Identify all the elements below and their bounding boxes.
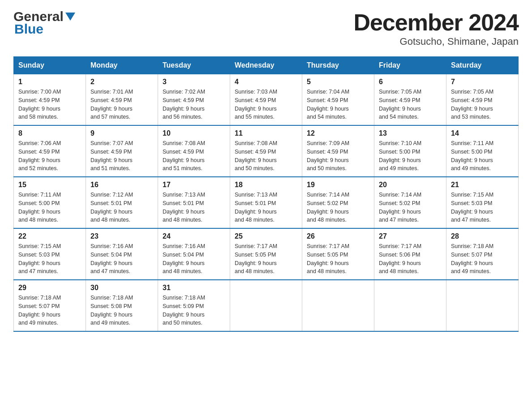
- calendar-cell: 20 Sunrise: 7:14 AM Sunset: 5:02 PM Dayl…: [374, 177, 446, 228]
- day-info: Sunrise: 7:18 AM Sunset: 5:09 PM Dayligh…: [163, 294, 225, 327]
- day-info: Sunrise: 7:06 AM Sunset: 4:59 PM Dayligh…: [18, 139, 81, 173]
- calendar-cell: 22 Sunrise: 7:15 AM Sunset: 5:03 PM Dayl…: [14, 228, 86, 280]
- calendar-cell: 15 Sunrise: 7:11 AM Sunset: 5:00 PM Dayl…: [14, 177, 86, 228]
- calendar-cell: 14 Sunrise: 7:11 AM Sunset: 5:00 PM Dayl…: [446, 125, 519, 177]
- day-info: Sunrise: 7:17 AM Sunset: 5:05 PM Dayligh…: [307, 242, 369, 276]
- day-number: 29: [18, 284, 81, 292]
- day-info: Sunrise: 7:05 AM Sunset: 4:59 PM Dayligh…: [379, 88, 442, 121]
- day-number: 15: [18, 181, 81, 189]
- header-saturday: Saturday: [446, 57, 519, 74]
- day-info: Sunrise: 7:16 AM Sunset: 5:04 PM Dayligh…: [163, 242, 225, 276]
- calendar-cell: 2 Sunrise: 7:01 AM Sunset: 4:59 PM Dayli…: [86, 74, 158, 126]
- day-info: Sunrise: 7:15 AM Sunset: 5:03 PM Dayligh…: [451, 191, 514, 224]
- calendar-cell: 3 Sunrise: 7:02 AM Sunset: 4:59 PM Dayli…: [158, 74, 230, 126]
- calendar-cell: 4 Sunrise: 7:03 AM Sunset: 4:59 PM Dayli…: [230, 74, 302, 126]
- day-info: Sunrise: 7:14 AM Sunset: 5:02 PM Dayligh…: [379, 191, 442, 224]
- calendar-week-row: 15 Sunrise: 7:11 AM Sunset: 5:00 PM Dayl…: [14, 177, 519, 228]
- day-info: Sunrise: 7:16 AM Sunset: 5:04 PM Dayligh…: [90, 242, 153, 276]
- day-info: Sunrise: 7:08 AM Sunset: 4:59 PM Dayligh…: [163, 139, 225, 173]
- header-monday: Monday: [86, 57, 158, 74]
- day-info: Sunrise: 7:18 AM Sunset: 5:07 PM Dayligh…: [18, 294, 81, 327]
- day-info: Sunrise: 7:18 AM Sunset: 5:07 PM Dayligh…: [451, 242, 514, 276]
- header-thursday: Thursday: [302, 57, 374, 74]
- day-number: 27: [379, 232, 442, 240]
- day-number: 28: [451, 232, 514, 240]
- day-number: 20: [379, 181, 442, 189]
- calendar-week-row: 1 Sunrise: 7:00 AM Sunset: 4:59 PM Dayli…: [14, 74, 519, 126]
- calendar-cell: 28 Sunrise: 7:18 AM Sunset: 5:07 PM Dayl…: [446, 228, 519, 280]
- calendar-cell: 5 Sunrise: 7:04 AM Sunset: 4:59 PM Dayli…: [302, 74, 374, 126]
- header-tuesday: Tuesday: [158, 57, 230, 74]
- calendar-cell: 10 Sunrise: 7:08 AM Sunset: 4:59 PM Dayl…: [158, 125, 230, 177]
- day-info: Sunrise: 7:03 AM Sunset: 4:59 PM Dayligh…: [235, 88, 297, 121]
- day-number: 16: [90, 181, 153, 189]
- day-number: 3: [163, 78, 225, 86]
- calendar-cell: 19 Sunrise: 7:14 AM Sunset: 5:02 PM Dayl…: [302, 177, 374, 228]
- day-info: Sunrise: 7:10 AM Sunset: 5:00 PM Dayligh…: [379, 139, 442, 173]
- day-number: 9: [90, 129, 153, 137]
- day-number: 19: [307, 181, 369, 189]
- calendar-cell: 18 Sunrise: 7:13 AM Sunset: 5:01 PM Dayl…: [230, 177, 302, 228]
- header-wednesday: Wednesday: [230, 57, 302, 74]
- day-number: 2: [90, 78, 153, 86]
- day-info: Sunrise: 7:11 AM Sunset: 5:00 PM Dayligh…: [18, 191, 81, 224]
- day-info: Sunrise: 7:18 AM Sunset: 5:08 PM Dayligh…: [90, 294, 153, 327]
- calendar-cell: 7 Sunrise: 7:05 AM Sunset: 4:59 PM Dayli…: [446, 74, 519, 126]
- calendar-cell: 13 Sunrise: 7:10 AM Sunset: 5:00 PM Dayl…: [374, 125, 446, 177]
- calendar-cell: 8 Sunrise: 7:06 AM Sunset: 4:59 PM Dayli…: [14, 125, 86, 177]
- day-number: 1: [18, 78, 81, 86]
- calendar-cell: 31 Sunrise: 7:18 AM Sunset: 5:09 PM Dayl…: [158, 280, 230, 331]
- header-sunday: Sunday: [14, 57, 86, 74]
- day-number: 23: [90, 232, 153, 240]
- day-number: 22: [18, 232, 81, 240]
- calendar-cell: 27 Sunrise: 7:17 AM Sunset: 5:06 PM Dayl…: [374, 228, 446, 280]
- logo: General Blue: [13, 9, 75, 37]
- calendar-cell: 25 Sunrise: 7:17 AM Sunset: 5:05 PM Dayl…: [230, 228, 302, 280]
- calendar-cell: 12 Sunrise: 7:09 AM Sunset: 4:59 PM Dayl…: [302, 125, 374, 177]
- calendar-cell: 26 Sunrise: 7:17 AM Sunset: 5:05 PM Dayl…: [302, 228, 374, 280]
- day-number: 5: [307, 78, 369, 86]
- day-number: 21: [451, 181, 514, 189]
- calendar-cell: 17 Sunrise: 7:13 AM Sunset: 5:01 PM Dayl…: [158, 177, 230, 228]
- day-number: 8: [18, 129, 81, 137]
- day-number: 17: [163, 181, 225, 189]
- header-friday: Friday: [374, 57, 446, 74]
- calendar-cell: 1 Sunrise: 7:00 AM Sunset: 4:59 PM Dayli…: [14, 74, 86, 126]
- calendar-cell: 11 Sunrise: 7:08 AM Sunset: 4:59 PM Dayl…: [230, 125, 302, 177]
- calendar-cell: 30 Sunrise: 7:18 AM Sunset: 5:08 PM Dayl…: [86, 280, 158, 331]
- day-info: Sunrise: 7:12 AM Sunset: 5:01 PM Dayligh…: [90, 191, 153, 224]
- day-info: Sunrise: 7:11 AM Sunset: 5:00 PM Dayligh…: [451, 139, 514, 173]
- calendar-cell: 24 Sunrise: 7:16 AM Sunset: 5:04 PM Dayl…: [158, 228, 230, 280]
- svg-marker-0: [65, 13, 75, 21]
- calendar-header-row: Sunday Monday Tuesday Wednesday Thursday…: [14, 57, 519, 74]
- day-number: 24: [163, 232, 225, 240]
- day-number: 13: [379, 129, 442, 137]
- title-block: December 2024 Gotsucho, Shimane, Japan: [353, 9, 519, 47]
- calendar-week-row: 29 Sunrise: 7:18 AM Sunset: 5:07 PM Dayl…: [14, 280, 519, 331]
- calendar-cell: [230, 280, 302, 331]
- day-info: Sunrise: 7:05 AM Sunset: 4:59 PM Dayligh…: [451, 88, 514, 121]
- logo-blue-text: Blue: [14, 21, 43, 37]
- day-number: 12: [307, 129, 369, 137]
- calendar-week-row: 22 Sunrise: 7:15 AM Sunset: 5:03 PM Dayl…: [14, 228, 519, 280]
- day-info: Sunrise: 7:13 AM Sunset: 5:01 PM Dayligh…: [235, 191, 297, 224]
- day-info: Sunrise: 7:02 AM Sunset: 4:59 PM Dayligh…: [163, 88, 225, 121]
- calendar-cell: 16 Sunrise: 7:12 AM Sunset: 5:01 PM Dayl…: [86, 177, 158, 228]
- calendar-cell: 6 Sunrise: 7:05 AM Sunset: 4:59 PM Dayli…: [374, 74, 446, 126]
- day-number: 26: [307, 232, 369, 240]
- day-info: Sunrise: 7:13 AM Sunset: 5:01 PM Dayligh…: [163, 191, 225, 224]
- day-info: Sunrise: 7:17 AM Sunset: 5:05 PM Dayligh…: [235, 242, 297, 276]
- day-number: 31: [163, 284, 225, 292]
- calendar-cell: 21 Sunrise: 7:15 AM Sunset: 5:03 PM Dayl…: [446, 177, 519, 228]
- day-number: 10: [163, 129, 225, 137]
- calendar-title: December 2024: [353, 9, 519, 36]
- calendar-cell: [374, 280, 446, 331]
- day-info: Sunrise: 7:08 AM Sunset: 4:59 PM Dayligh…: [235, 139, 297, 173]
- day-info: Sunrise: 7:14 AM Sunset: 5:02 PM Dayligh…: [307, 191, 369, 224]
- calendar-cell: 23 Sunrise: 7:16 AM Sunset: 5:04 PM Dayl…: [86, 228, 158, 280]
- page-header: General Blue December 2024 Gotsucho, Shi…: [13, 9, 519, 47]
- day-info: Sunrise: 7:04 AM Sunset: 4:59 PM Dayligh…: [307, 88, 369, 121]
- calendar-subtitle: Gotsucho, Shimane, Japan: [353, 36, 519, 47]
- calendar-week-row: 8 Sunrise: 7:06 AM Sunset: 4:59 PM Dayli…: [14, 125, 519, 177]
- calendar-cell: [446, 280, 519, 331]
